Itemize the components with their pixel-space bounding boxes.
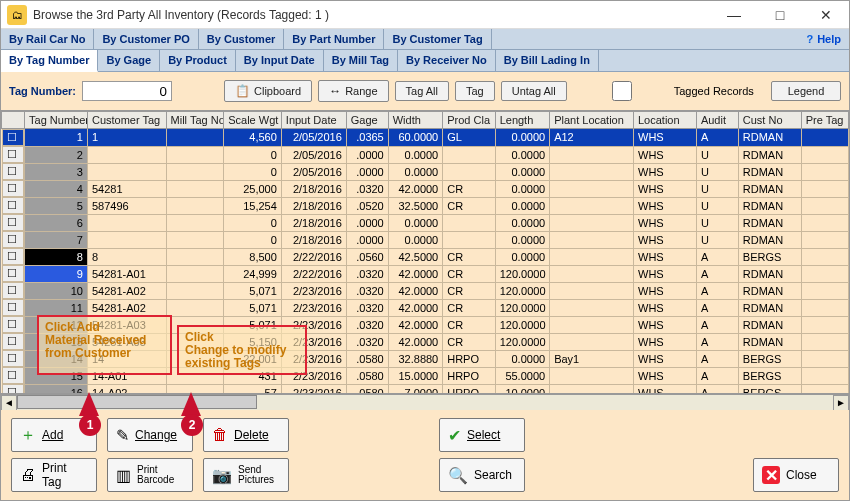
legend-button[interactable]: Legend xyxy=(771,81,841,101)
tagged-records-label: Tagged Records xyxy=(674,85,754,97)
table-row[interactable]: ☐888,5002/22/2016.056042.5000CR0.0000WHS… xyxy=(2,248,849,265)
delete-button[interactable]: 🗑Delete xyxy=(203,418,289,452)
cell-cust: RDMAN xyxy=(738,197,801,214)
tab-receiver-no[interactable]: By Receiver No xyxy=(398,50,496,71)
table-row[interactable]: ☐558749615,2542/18/2016.052032.5000CR0.0… xyxy=(2,197,849,214)
table-row[interactable]: ☐702/18/2016.00000.00000.0000WHSURDMAN xyxy=(2,231,849,248)
row-checkbox[interactable]: ☐ xyxy=(2,316,25,333)
tag-all-button[interactable]: Tag All xyxy=(395,81,449,101)
help-link[interactable]: ?Help xyxy=(798,29,849,49)
print-tag-button[interactable]: 🖨Print Tag xyxy=(11,458,97,492)
tab-mill-tag[interactable]: By Mill Tag xyxy=(324,50,398,71)
scroll-thumb[interactable] xyxy=(17,395,257,409)
tab-input-date[interactable]: By Input Date xyxy=(236,50,324,71)
close-window-button[interactable]: ✕ xyxy=(803,1,849,29)
cell-pre xyxy=(801,180,848,197)
row-checkbox[interactable]: ☐ xyxy=(2,163,25,180)
col-date[interactable]: Input Date xyxy=(281,112,346,129)
table-row[interactable]: ☐141422,0012/23/2016.058032.8880HRPO0.00… xyxy=(2,350,849,367)
tag-number-input[interactable] xyxy=(82,81,172,101)
cell-gage: .0320 xyxy=(346,316,388,333)
col-plant[interactable]: Plant Location xyxy=(550,112,634,129)
row-checkbox[interactable]: ☐ xyxy=(2,367,25,384)
inventory-table[interactable]: Tag Number Customer Tag Mill Tag No Scal… xyxy=(1,111,849,394)
select-button[interactable]: ✔Select xyxy=(439,418,525,452)
col-prod[interactable]: Prod Cla xyxy=(443,112,495,129)
table-row[interactable]: ☐1514-A014312/23/2016.058015.0000HRPO55.… xyxy=(2,367,849,384)
tab-railcar[interactable]: By Rail Car No xyxy=(1,29,94,49)
cell-plant: A12 xyxy=(550,129,634,147)
range-button[interactable]: ↔Range xyxy=(318,80,388,102)
col-custtag[interactable]: Customer Tag xyxy=(87,112,166,129)
change-button[interactable]: ✎Change xyxy=(107,418,193,452)
scroll-right-button[interactable]: ► xyxy=(833,395,849,411)
table-row[interactable]: ☐1254281-A035,0712/23/2016.032042.0000CR… xyxy=(2,316,849,333)
row-checkbox[interactable]: ☐ xyxy=(2,350,25,367)
untag-all-button[interactable]: Untag All xyxy=(501,81,567,101)
col-len[interactable]: Length xyxy=(495,112,550,129)
search-button[interactable]: 🔍Search xyxy=(439,458,525,492)
table-row[interactable]: ☐114,5602/05/2016.036560.0000GL0.0000A12… xyxy=(2,129,849,147)
table-row[interactable]: ☐1354281-A035,1502/23/2016.032042.0000CR… xyxy=(2,333,849,350)
table-row[interactable]: ☐202/05/2016.00000.00000.0000WHSURDMAN xyxy=(2,146,849,163)
col-width[interactable]: Width xyxy=(388,112,443,129)
row-checkbox[interactable]: ☐ xyxy=(2,384,25,394)
col-scale[interactable]: Scale Wgt xyxy=(224,112,282,129)
row-checkbox[interactable]: ☐ xyxy=(2,146,25,163)
cell-gage: .0000 xyxy=(346,163,388,180)
tab-product[interactable]: By Product xyxy=(160,50,236,71)
tab-customer-tag[interactable]: By Customer Tag xyxy=(384,29,491,49)
tab-gage[interactable]: By Gage xyxy=(98,50,160,71)
scroll-track[interactable] xyxy=(17,395,833,410)
col-audit[interactable]: Audit xyxy=(696,112,738,129)
cell-tagnum: 6 xyxy=(25,214,88,231)
tagged-records-check[interactable]: Tagged Records xyxy=(573,78,754,104)
table-row[interactable]: ☐954281-A0124,9992/22/2016.032042.0000CR… xyxy=(2,265,849,282)
tab-part-number[interactable]: By Part Number xyxy=(284,29,384,49)
row-checkbox[interactable]: ☐ xyxy=(2,231,25,248)
tab-tag-number[interactable]: By Tag Number xyxy=(1,50,98,72)
col-tagnum[interactable]: Tag Number xyxy=(25,112,88,129)
row-checkbox[interactable]: ☐ xyxy=(2,265,25,282)
row-checkbox[interactable]: ☐ xyxy=(2,248,25,265)
row-checkbox[interactable]: ☐ xyxy=(2,282,25,299)
cell-plant xyxy=(550,231,634,248)
print-barcode-button[interactable]: ▥Print Barcode xyxy=(107,458,193,492)
table-row[interactable]: ☐1054281-A025,0712/23/2016.032042.0000CR… xyxy=(2,282,849,299)
row-checkbox[interactable]: ☐ xyxy=(2,197,25,214)
row-checkbox[interactable]: ☐ xyxy=(2,299,25,316)
cell-width: 7.0000 xyxy=(388,384,443,394)
table-row[interactable]: ☐1614-A02572/23/2016.05807.0000HRPO10.00… xyxy=(2,384,849,394)
minimize-button[interactable]: — xyxy=(711,1,757,29)
row-checkbox[interactable]: ☐ xyxy=(2,180,25,197)
col-check[interactable] xyxy=(2,112,25,129)
tag-button[interactable]: Tag xyxy=(455,81,495,101)
add-button[interactable]: ＋Add xyxy=(11,418,97,452)
table-row[interactable]: ☐602/18/2016.00000.00000.0000WHSURDMAN xyxy=(2,214,849,231)
col-gage[interactable]: Gage xyxy=(346,112,388,129)
table-row[interactable]: ☐302/05/2016.00000.00000.0000WHSURDMAN xyxy=(2,163,849,180)
row-checkbox[interactable]: ☐ xyxy=(2,129,25,146)
row-checkbox[interactable]: ☐ xyxy=(2,214,25,231)
cell-date: 2/18/2016 xyxy=(281,180,346,197)
cell-tagnum: 3 xyxy=(25,163,88,180)
maximize-button[interactable]: □ xyxy=(757,1,803,29)
clipboard-button[interactable]: 📋Clipboard xyxy=(224,80,312,102)
tab-bill-lading[interactable]: By Bill Lading In xyxy=(496,50,599,71)
col-pre[interactable]: Pre Tag ▲ xyxy=(801,112,848,129)
row-checkbox[interactable]: ☐ xyxy=(2,333,25,350)
tab-customer[interactable]: By Customer xyxy=(199,29,284,49)
send-pictures-button[interactable]: 📷Send Pictures xyxy=(203,458,289,492)
tagged-records-checkbox[interactable] xyxy=(577,81,667,101)
table-row[interactable]: ☐45428125,0002/18/2016.032042.0000CR0.00… xyxy=(2,180,849,197)
col-loc[interactable]: Location xyxy=(634,112,697,129)
tab-customer-po[interactable]: By Customer PO xyxy=(94,29,198,49)
table-row[interactable]: ☐1154281-A025,0712/23/2016.032042.0000CR… xyxy=(2,299,849,316)
col-milltag[interactable]: Mill Tag No xyxy=(166,112,224,129)
scroll-left-button[interactable]: ◄ xyxy=(1,395,17,411)
search-label: Search xyxy=(474,468,512,482)
col-cust[interactable]: Cust No xyxy=(738,112,801,129)
close-button[interactable]: ✕Close xyxy=(753,458,839,492)
horizontal-scrollbar[interactable]: ◄ ► xyxy=(1,394,849,410)
cell-audit: U xyxy=(696,214,738,231)
